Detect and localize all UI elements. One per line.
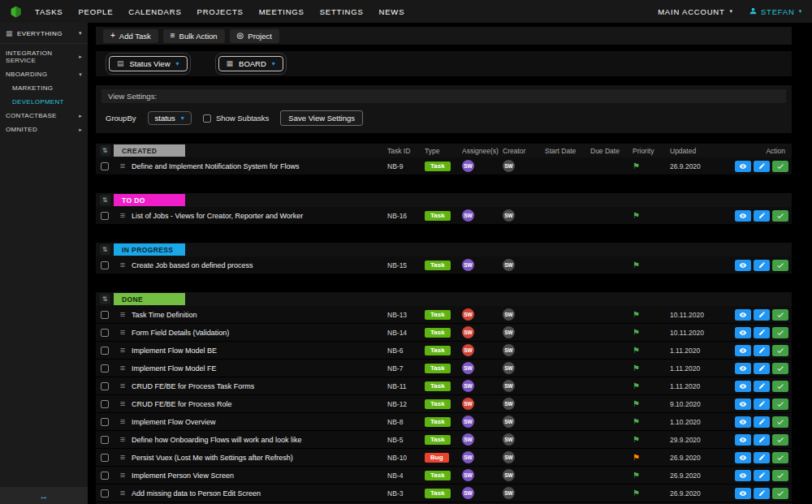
sidebar-item[interactable]: MARKETING bbox=[0, 81, 88, 95]
view-button[interactable] bbox=[735, 398, 751, 410]
row-checkbox[interactable] bbox=[101, 436, 109, 444]
complete-button[interactable] bbox=[772, 363, 788, 374]
complete-button[interactable] bbox=[772, 309, 788, 321]
complete-button[interactable] bbox=[772, 381, 788, 392]
edit-button[interactable] bbox=[754, 470, 770, 481]
edit-button[interactable] bbox=[754, 260, 770, 271]
save-view-settings-button[interactable]: Save View Settings bbox=[280, 110, 363, 126]
view-button[interactable] bbox=[735, 488, 751, 499]
user-menu[interactable]: STEFAN ▾ bbox=[749, 7, 802, 16]
checkbox-box[interactable] bbox=[203, 114, 211, 123]
drag-handle-icon[interactable]: ≡ bbox=[114, 310, 132, 319]
add-task-button[interactable]: + Add Task bbox=[103, 29, 158, 43]
drag-handle-icon[interactable]: ≡ bbox=[114, 399, 132, 408]
sidebar-root-item[interactable]: ▦ EVERYTHING ▾ bbox=[0, 23, 88, 44]
row-checkbox[interactable] bbox=[101, 382, 109, 390]
row-checkbox[interactable] bbox=[101, 454, 109, 462]
drag-handle-icon[interactable]: ≡ bbox=[114, 328, 132, 337]
view-button[interactable] bbox=[735, 210, 751, 222]
view-button[interactable] bbox=[735, 345, 751, 356]
bulk-action-button[interactable]: ≡ Bulk Action bbox=[163, 29, 225, 43]
group-sort-icon[interactable]: ⇅ bbox=[100, 195, 110, 205]
drag-handle-icon[interactable]: ≡ bbox=[114, 381, 132, 390]
layout-select[interactable]: ▦ BOARD ▾ bbox=[218, 56, 283, 71]
group-sort-icon[interactable]: ⇅ bbox=[100, 294, 110, 304]
view-button[interactable] bbox=[735, 327, 751, 338]
row-checkbox[interactable] bbox=[101, 418, 109, 426]
drag-handle-icon[interactable]: ≡ bbox=[114, 211, 132, 220]
drag-handle-icon[interactable]: ≡ bbox=[114, 364, 132, 373]
view-button[interactable] bbox=[735, 452, 751, 463]
nav-menu-item[interactable]: PEOPLE bbox=[78, 7, 113, 16]
row-checkbox[interactable] bbox=[101, 400, 109, 408]
row-checkbox[interactable] bbox=[101, 364, 109, 373]
drag-handle-icon[interactable]: ≡ bbox=[114, 346, 132, 355]
edit-button[interactable] bbox=[754, 434, 770, 446]
drag-handle-icon[interactable]: ≡ bbox=[114, 417, 132, 426]
sidebar-item[interactable]: CONTACTBASE bbox=[0, 109, 88, 123]
complete-button[interactable] bbox=[772, 488, 788, 499]
edit-button[interactable] bbox=[754, 363, 770, 374]
row-checkbox[interactable] bbox=[101, 472, 109, 480]
complete-button[interactable] bbox=[772, 398, 788, 410]
row-checkbox[interactable] bbox=[101, 212, 109, 220]
edit-button[interactable] bbox=[754, 398, 770, 410]
drag-handle-icon[interactable]: ≡ bbox=[114, 489, 132, 498]
edit-button[interactable] bbox=[754, 327, 770, 338]
complete-button[interactable] bbox=[772, 345, 788, 356]
complete-button[interactable] bbox=[772, 260, 788, 271]
complete-button[interactable] bbox=[772, 434, 788, 446]
edit-button[interactable] bbox=[754, 345, 770, 356]
group-sort-icon[interactable]: ⇅ bbox=[100, 244, 110, 255]
row-checkbox[interactable] bbox=[101, 311, 109, 319]
sidebar-item[interactable]: OMNITED bbox=[0, 123, 88, 136]
view-type-select[interactable]: ▤ Status View ▾ bbox=[109, 56, 188, 71]
edit-button[interactable] bbox=[754, 210, 770, 222]
nav-menu-item[interactable]: NEWS bbox=[379, 7, 405, 16]
view-button[interactable] bbox=[735, 416, 751, 428]
project-button[interactable]: ◎ Project bbox=[230, 29, 279, 43]
drag-handle-icon[interactable]: ≡ bbox=[114, 162, 132, 170]
group-sort-icon[interactable]: ⇅ bbox=[100, 145, 110, 156]
drag-handle-icon[interactable]: ≡ bbox=[114, 471, 132, 480]
sidebar-item[interactable]: DEVELOPMENT bbox=[0, 95, 88, 109]
edit-button[interactable] bbox=[754, 488, 770, 499]
edit-button[interactable] bbox=[754, 452, 770, 463]
edit-button[interactable] bbox=[754, 416, 770, 428]
complete-button[interactable] bbox=[772, 327, 788, 338]
complete-button[interactable] bbox=[772, 161, 788, 172]
row-checkbox[interactable] bbox=[101, 261, 109, 269]
sidebar-item[interactable]: NBOARDING bbox=[0, 67, 88, 81]
edit-button[interactable] bbox=[754, 309, 770, 321]
nav-menu-item[interactable]: TASKS bbox=[35, 7, 63, 16]
groupby-select[interactable]: status ▾ bbox=[148, 111, 192, 125]
drag-handle-icon[interactable]: ≡ bbox=[114, 453, 132, 462]
view-button[interactable] bbox=[735, 434, 751, 446]
row-checkbox[interactable] bbox=[101, 162, 109, 170]
view-button[interactable] bbox=[735, 260, 751, 271]
view-button[interactable] bbox=[735, 161, 751, 172]
account-menu[interactable]: MAIN ACCOUNT ▾ bbox=[658, 7, 733, 16]
view-button[interactable] bbox=[735, 309, 751, 321]
sidebar-item[interactable]: INTEGRATION SERVICE bbox=[0, 46, 88, 67]
show-subtasks-checkbox[interactable]: Show Subtasks bbox=[203, 114, 269, 123]
nav-menu-item[interactable]: CALENDARS bbox=[128, 7, 181, 16]
nav-menu-item[interactable]: SETTINGS bbox=[320, 7, 364, 16]
drag-handle-icon[interactable]: ≡ bbox=[114, 435, 132, 444]
row-checkbox[interactable] bbox=[101, 347, 109, 355]
complete-button[interactable] bbox=[772, 210, 788, 222]
complete-button[interactable] bbox=[772, 416, 788, 428]
edit-button[interactable] bbox=[754, 381, 770, 392]
nav-menu-item[interactable]: MEETINGS bbox=[259, 7, 304, 16]
row-checkbox[interactable] bbox=[101, 329, 109, 337]
view-button[interactable] bbox=[735, 470, 751, 481]
view-button[interactable] bbox=[735, 381, 751, 392]
complete-button[interactable] bbox=[772, 452, 788, 463]
complete-button[interactable] bbox=[772, 470, 788, 481]
drag-handle-icon[interactable]: ≡ bbox=[114, 261, 132, 269]
row-checkbox[interactable] bbox=[101, 489, 109, 498]
sidebar-collapse-button[interactable]: ↔ bbox=[0, 487, 88, 504]
nav-menu-item[interactable]: PROJECTS bbox=[197, 7, 244, 16]
edit-button[interactable] bbox=[754, 161, 770, 172]
view-button[interactable] bbox=[735, 363, 751, 374]
